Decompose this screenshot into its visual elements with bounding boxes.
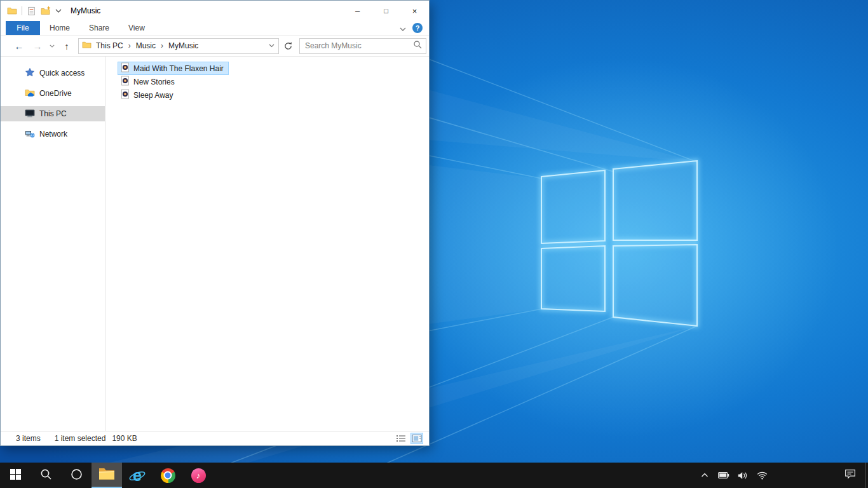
items-count: 3 items xyxy=(16,434,41,443)
sidebar-item-label: Quick access xyxy=(39,69,85,78)
onedrive-icon xyxy=(25,88,35,100)
taskbar-search-button[interactable] xyxy=(31,463,61,488)
show-desktop-button[interactable] xyxy=(865,463,868,488)
tab-view[interactable]: View xyxy=(119,21,154,35)
help-button[interactable]: ? xyxy=(412,23,423,33)
selection-size: 190 KB xyxy=(112,434,137,443)
maximize-button[interactable]: □ xyxy=(372,1,400,21)
sidebar-item-quick-access[interactable]: Quick access xyxy=(1,65,105,81)
sidebar-item-label: This PC xyxy=(39,109,67,118)
toolbar-separator xyxy=(22,6,22,15)
refresh-button[interactable] xyxy=(280,38,295,54)
titlebar[interactable]: MyMusic – □ × xyxy=(1,1,429,21)
battery-icon[interactable] xyxy=(717,468,731,482)
internet-explorer-icon: e xyxy=(128,466,146,484)
file-item-maid-with-the-flaxen-hair[interactable]: Maid With The Flaxen Hair xyxy=(118,62,229,75)
sidebar-item-onedrive[interactable]: OneDrive xyxy=(1,86,105,101)
wifi-network-icon[interactable] xyxy=(755,468,769,482)
taskbar-file-explorer-button[interactable] xyxy=(92,463,122,488)
taskbar-internet-explorer-button[interactable]: e xyxy=(122,463,153,488)
itunes-icon: ♪ xyxy=(191,468,206,483)
details-view-button[interactable] xyxy=(395,433,407,444)
sidebar-item-this-pc[interactable]: This PC xyxy=(1,106,105,121)
recent-locations-chevron-icon[interactable] xyxy=(46,44,58,48)
customize-toolbar-chevron-icon[interactable] xyxy=(55,9,62,13)
up-button[interactable]: ↑ xyxy=(58,41,76,51)
close-button[interactable]: × xyxy=(400,1,429,21)
file-list: Maid With The Flaxen Hair New Stories Sl… xyxy=(105,57,429,431)
search-icon[interactable] xyxy=(413,40,422,51)
chrome-icon xyxy=(161,468,175,483)
window-folder-icon xyxy=(7,6,17,16)
start-button[interactable] xyxy=(0,463,31,488)
navigation-pane: Quick access OneDrive This PC xyxy=(1,57,105,431)
file-explorer-window: MyMusic – □ × File Home Share View ? ← → xyxy=(0,0,430,446)
volume-icon[interactable] xyxy=(736,468,750,482)
taskbar: e ♪ xyxy=(0,463,868,488)
caption-buttons: – □ × xyxy=(343,1,429,21)
search-input[interactable] xyxy=(305,41,413,50)
quick-access-toolbar xyxy=(1,6,62,16)
music-file-icon xyxy=(120,62,130,74)
taskbar-itunes-button[interactable]: ♪ xyxy=(183,463,214,488)
desktop: MyMusic – □ × File Home Share View ? ← → xyxy=(0,0,868,488)
ribbon-tab-bar: File Home Share View ? xyxy=(1,21,429,36)
sidebar-item-network[interactable]: Network xyxy=(1,126,105,142)
taskbar-chrome-button[interactable] xyxy=(153,463,183,488)
music-file-icon xyxy=(120,76,130,88)
file-item-new-stories[interactable]: New Stories xyxy=(118,75,180,88)
sidebar-item-label: Network xyxy=(39,130,67,139)
breadcrumb-mymusic[interactable]: MyMusic xyxy=(164,41,203,50)
tab-share[interactable]: Share xyxy=(79,21,119,35)
this-pc-icon xyxy=(25,108,35,120)
action-center-button[interactable] xyxy=(837,463,863,488)
tab-home[interactable]: Home xyxy=(40,21,79,35)
forward-button[interactable]: → xyxy=(29,41,46,51)
new-folder-button[interactable] xyxy=(41,6,51,16)
address-folder-icon xyxy=(82,40,92,52)
file-name: New Stories xyxy=(133,78,175,86)
search-box[interactable] xyxy=(299,38,426,54)
large-icons-view-button[interactable] xyxy=(410,433,423,444)
music-file-icon xyxy=(120,89,130,101)
file-item-sleep-away[interactable]: Sleep Away xyxy=(118,88,179,102)
tab-file[interactable]: File xyxy=(6,21,40,35)
minimize-button[interactable]: – xyxy=(343,1,372,21)
cortana-button[interactable] xyxy=(61,463,92,488)
breadcrumb-this-pc[interactable]: This PC xyxy=(92,41,128,50)
file-name: Maid With The Flaxen Hair xyxy=(133,64,224,73)
cortana-circle-icon xyxy=(71,468,83,483)
address-toolbar: ← → ↑ This PC › Music › MyMusic xyxy=(1,36,429,57)
network-icon xyxy=(25,128,35,140)
quick-access-star-icon xyxy=(25,67,35,79)
file-explorer-icon xyxy=(98,467,115,483)
search-icon xyxy=(40,468,52,483)
window-body: Quick access OneDrive This PC xyxy=(1,57,429,431)
address-bar[interactable]: This PC › Music › MyMusic xyxy=(78,38,279,54)
breadcrumb-music[interactable]: Music xyxy=(132,41,160,50)
system-tray xyxy=(698,463,769,488)
windows-logo-icon xyxy=(10,469,21,482)
selection-count: 1 item selected xyxy=(55,434,106,443)
address-dropdown-chevron-icon[interactable] xyxy=(266,44,277,48)
status-bar: 3 items 1 item selected 190 KB xyxy=(1,431,429,445)
file-name: Sleep Away xyxy=(133,91,173,100)
window-title: MyMusic xyxy=(71,6,100,15)
hidden-icons-chevron-icon[interactable] xyxy=(698,468,712,482)
sidebar-item-label: OneDrive xyxy=(39,89,72,98)
expand-ribbon-chevron-icon[interactable] xyxy=(400,22,406,34)
back-button[interactable]: ← xyxy=(10,41,29,51)
action-center-icon xyxy=(844,469,856,482)
properties-button[interactable] xyxy=(27,6,36,16)
